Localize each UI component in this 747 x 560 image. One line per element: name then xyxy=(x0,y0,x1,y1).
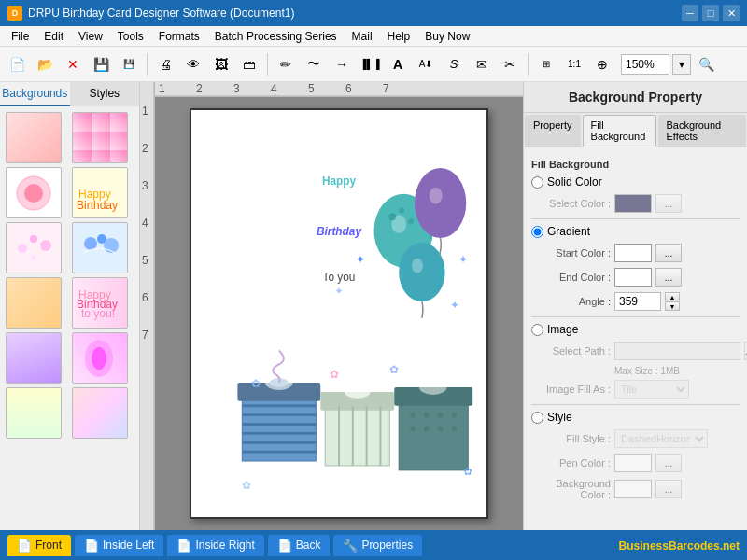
toolbar-print[interactable]: 🖨 xyxy=(152,51,178,77)
canvas-area[interactable]: 1 2 3 4 5 6 7 1 2 3 4 5 6 7 xyxy=(140,82,523,530)
angle-input[interactable]: 359 xyxy=(614,292,661,311)
gradient-radio[interactable] xyxy=(531,226,543,238)
svg-text:2: 2 xyxy=(196,82,203,95)
image-radio[interactable] xyxy=(531,324,543,336)
toolbar-preview[interactable]: 👁 xyxy=(180,51,206,77)
minimize-button[interactable]: ─ xyxy=(682,5,698,21)
style-label[interactable]: Style xyxy=(547,411,572,424)
tab-property[interactable]: Property xyxy=(525,115,581,147)
fill-style-select[interactable]: DashedHorizontal Solid DashedVertical xyxy=(614,429,708,448)
bg-thumb-8[interactable]: Happy Birthday to you! xyxy=(72,277,128,329)
angle-down[interactable]: ▼ xyxy=(665,301,680,311)
end-color-box[interactable] xyxy=(614,268,652,287)
toolbar-scissor[interactable]: ✂ xyxy=(497,51,523,77)
angle-label: Angle : xyxy=(531,296,611,307)
toolbar-pencil[interactable]: ✏ xyxy=(273,51,299,77)
menu-view[interactable]: View xyxy=(71,28,110,45)
toolbar-img1[interactable]: 🖼 xyxy=(208,51,234,77)
angle-up[interactable]: ▲ xyxy=(665,292,680,301)
svg-text:6: 6 xyxy=(345,82,352,95)
divider-3 xyxy=(531,404,740,405)
svg-text:4: 4 xyxy=(142,217,148,230)
toolbar-text[interactable]: A xyxy=(385,51,411,77)
toolbar-text2[interactable]: A⬇ xyxy=(413,51,439,77)
tab-back-label: Back xyxy=(296,539,321,552)
pen-color-browse[interactable]: ... xyxy=(655,454,682,472)
image-fill-label: Image Fill As : xyxy=(531,384,611,395)
tab-properties[interactable]: 🔧 Properties xyxy=(333,535,422,556)
solid-color-box[interactable] xyxy=(614,194,652,213)
gradient-label[interactable]: Gradient xyxy=(547,225,590,238)
menu-file[interactable]: File xyxy=(4,28,36,45)
bg-thumb-10[interactable] xyxy=(72,332,128,384)
bg-thumb-3[interactable] xyxy=(6,167,62,218)
tab-back[interactable]: 📄 Back xyxy=(268,535,331,556)
toolbar-curve[interactable]: 〜 xyxy=(301,51,327,77)
toolbar-close[interactable]: ✕ xyxy=(60,51,86,77)
toolbar-barcode1[interactable]: ▐▌▐ xyxy=(357,51,383,77)
solid-color-label[interactable]: Solid Color xyxy=(547,175,602,189)
path-input[interactable] xyxy=(614,342,740,360)
toolbar-save2[interactable]: 💾+ xyxy=(116,51,142,77)
menu-tools[interactable]: Tools xyxy=(110,28,151,45)
toolbar-arrow[interactable]: → xyxy=(329,51,355,77)
toolbar-zoomin[interactable]: ⊕ xyxy=(589,51,615,77)
svg-point-72 xyxy=(438,413,444,418)
bg-thumb-2[interactable] xyxy=(72,112,128,163)
toolbar-grid[interactable]: ⊞ xyxy=(533,51,559,77)
bg-thumb-7[interactable] xyxy=(6,277,62,329)
toolbar-new[interactable]: 📄 xyxy=(4,51,30,77)
start-color-label: Start Color : xyxy=(531,247,611,259)
toolbar-zoomout[interactable]: 🔍 xyxy=(693,51,719,77)
bg-thumb-11[interactable] xyxy=(6,387,62,439)
bg-thumb-6[interactable] xyxy=(72,222,128,273)
solid-color-radio[interactable] xyxy=(531,176,543,189)
start-color-browse[interactable]: ... xyxy=(655,244,682,262)
pen-color-box[interactable] xyxy=(614,454,652,472)
image-label[interactable]: Image xyxy=(547,323,578,336)
style-row: Style xyxy=(531,411,740,424)
zoom-dropdown-btn[interactable]: ▾ xyxy=(672,54,691,75)
bg-thumb-1[interactable] xyxy=(6,112,62,163)
card-preview[interactable]: Happy Birthday To you xyxy=(190,108,488,519)
maximize-button[interactable]: □ xyxy=(702,5,719,21)
svg-text:✦: ✦ xyxy=(450,299,459,312)
toolbar-save[interactable]: 💾 xyxy=(88,51,114,77)
image-fill-select[interactable]: Tile Stretch Center xyxy=(614,380,689,399)
bg-color-box[interactable] xyxy=(614,480,652,498)
tab-background-effects[interactable]: Background Effects xyxy=(658,115,746,147)
style-radio[interactable] xyxy=(531,412,543,424)
tab-inside-left[interactable]: 📄 Inside Left xyxy=(75,535,163,556)
menu-mail[interactable]: Mail xyxy=(345,28,380,45)
menu-batch[interactable]: Batch Processing Series xyxy=(207,28,345,45)
tab-inside-right[interactable]: 📄 Inside Right xyxy=(167,535,263,556)
zoom-input[interactable]: 150% xyxy=(621,54,669,75)
bg-thumb-4[interactable]: HappyBirthday xyxy=(72,167,128,218)
toolbar-s[interactable]: S xyxy=(441,51,467,77)
menu-formats[interactable]: Formats xyxy=(151,28,207,45)
close-button[interactable]: ✕ xyxy=(723,5,740,21)
svg-text:7: 7 xyxy=(142,329,148,342)
bg-color-browse[interactable]: ... xyxy=(655,480,682,498)
svg-text:Birthday: Birthday xyxy=(317,225,362,238)
menu-buynow[interactable]: Buy Now xyxy=(417,28,477,45)
toolbar-img2[interactable]: 🗃 xyxy=(236,51,262,77)
bg-color-label: Background Color : xyxy=(531,478,611,500)
tab-fill-background[interactable]: Fill Background xyxy=(583,115,656,147)
end-color-browse[interactable]: ... xyxy=(655,268,682,287)
svg-point-74 xyxy=(410,426,416,431)
bg-thumb-9[interactable] xyxy=(6,332,62,384)
tab-front[interactable]: 📄 Front xyxy=(7,535,71,556)
menu-help[interactable]: Help xyxy=(380,28,418,45)
start-color-box[interactable] xyxy=(614,244,652,262)
bg-thumb-12[interactable] xyxy=(72,387,128,439)
toolbar-mail[interactable]: ✉ xyxy=(469,51,495,77)
toolbar-ratio[interactable]: 1:1 xyxy=(561,51,587,77)
solid-color-browse[interactable]: ... xyxy=(655,194,682,213)
toolbar-open[interactable]: 📂 xyxy=(32,51,58,77)
tab-styles[interactable]: Styles xyxy=(70,82,140,106)
tab-backgrounds[interactable]: Backgrounds xyxy=(0,82,70,106)
menu-edit[interactable]: Edit xyxy=(36,28,71,45)
zoom-box: 150% ▾ xyxy=(621,54,691,75)
bg-thumb-5[interactable] xyxy=(6,222,62,273)
